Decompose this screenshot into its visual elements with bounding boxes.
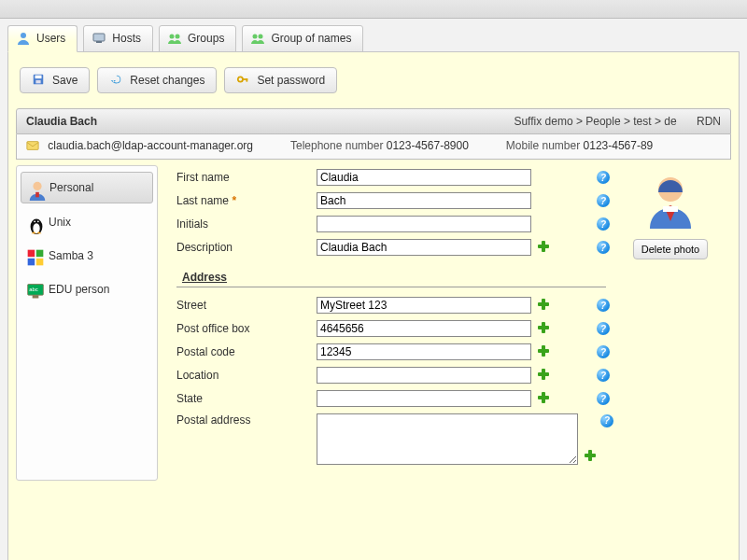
tab-users-label: Users [36,32,65,45]
tab-hosts[interactable]: Hosts [83,25,153,52]
save-icon [32,73,47,88]
add-icon[interactable] [537,391,550,407]
add-icon[interactable] [537,321,550,337]
side-tab-personal-label: Personal [49,181,93,194]
window-chrome-bar [0,0,747,19]
svg-point-0 [21,33,26,38]
svg-point-18 [34,220,35,222]
help-icon[interactable]: ? [597,241,610,255]
add-icon[interactable] [537,240,550,256]
host-icon [92,31,106,46]
svg-point-14 [33,182,41,190]
help-icon[interactable]: ? [600,413,613,427]
pobox-label: Post office box [176,322,317,335]
tab-groups-label: Groups [188,32,224,45]
help-icon[interactable]: ? [597,392,610,406]
add-icon[interactable] [537,298,550,314]
record-mob-value: 0123-4567-89 [584,139,654,152]
delete-photo-button[interactable]: Delete photo [633,239,708,259]
pobox-input[interactable] [317,320,531,337]
state-input[interactable] [317,390,531,407]
add-icon[interactable] [537,368,550,384]
personal-form: First name ? Last name * ? Initials ? De… [158,165,731,481]
side-tab-list: Personal Unix Samba 3 abc EDU person [16,165,158,481]
add-icon[interactable] [537,344,550,360]
location-input[interactable] [317,367,531,384]
tab-group-of-names-label: Group of names [271,32,351,45]
side-tab-edu-label: EDU person [49,283,109,296]
description-input[interactable] [317,239,531,256]
record-mob-label: Mobile number [506,139,580,152]
side-tab-unix-label: Unix [49,216,71,229]
set-password-button[interactable]: Set password [224,67,337,93]
tab-groups[interactable]: Groups [159,25,236,52]
help-icon[interactable]: ? [597,194,610,208]
help-icon[interactable]: ? [597,345,610,359]
postal-code-input[interactable] [317,343,531,360]
help-icon[interactable]: ? [597,369,610,383]
side-tab-edu[interactable]: abc EDU person [21,274,153,304]
svg-point-4 [176,35,180,39]
svg-rect-12 [247,78,248,82]
record-title: Claudia Bach [26,115,97,128]
mail-icon [26,139,41,154]
user-photo [642,218,698,231]
postal-address-input[interactable] [317,413,578,465]
record-tel-value: 0123-4567-8900 [387,139,469,152]
svg-rect-26 [33,295,39,298]
last-name-label: Last name [176,194,229,207]
side-tab-samba[interactable]: Samba 3 [21,241,153,271]
svg-point-6 [259,35,263,39]
main-tab-bar: Users Hosts Groups Group of names [0,19,747,52]
svg-text:abc: abc [29,287,37,292]
chalkboard-icon: abc [26,282,41,297]
initials-input[interactable] [317,216,531,232]
tab-group-of-names[interactable]: Group of names [242,25,363,52]
tab-content-users: Save Reset changes Set password Claudia … [7,51,740,560]
svg-rect-1 [93,34,105,41]
svg-rect-2 [96,41,102,43]
help-icon[interactable]: ? [597,217,610,231]
record-header: Claudia Bach Suffix demo > People > test… [16,108,731,134]
svg-rect-22 [28,259,35,266]
state-label: State [176,392,317,405]
person-avatar-icon [27,180,42,195]
svg-point-5 [253,35,258,39]
svg-point-3 [170,35,175,39]
help-icon[interactable]: ? [597,171,610,185]
street-input[interactable] [317,297,531,314]
groups-icon [167,31,182,46]
record-email: claudia.bach@ldap-account-manager.org [48,139,253,152]
help-icon[interactable]: ? [597,322,610,336]
first-name-label: First name [176,171,317,184]
user-icon [16,31,31,46]
side-tab-personal[interactable]: Personal [21,172,153,203]
postal-address-label: Postal address [176,413,317,427]
record-suffix: Suffix demo > People > test > de [514,115,676,128]
svg-point-19 [37,220,39,222]
side-tab-unix[interactable]: Unix [21,207,153,237]
description-label: Description [176,241,317,254]
svg-rect-20 [28,250,35,258]
svg-rect-15 [35,192,39,198]
svg-rect-23 [36,259,44,266]
save-button[interactable]: Save [20,67,90,93]
add-icon[interactable] [584,449,597,465]
address-heading: Address [176,271,606,287]
tab-hosts-label: Hosts [112,32,141,45]
first-name-input[interactable] [317,169,531,186]
tab-users[interactable]: Users [7,25,78,52]
svg-rect-8 [35,76,42,79]
svg-rect-9 [35,80,40,84]
last-name-input[interactable] [317,192,531,209]
undo-icon [109,73,124,88]
reset-button[interactable]: Reset changes [97,67,217,93]
help-icon[interactable]: ? [597,299,610,313]
group-of-names-icon [250,31,265,46]
postal-code-label: Postal code [176,345,317,358]
record-subheader: claudia.bach@ldap-account-manager.org Te… [16,134,731,160]
save-button-label: Save [52,74,78,87]
tux-icon [26,215,41,230]
reset-button-label: Reset changes [130,74,204,87]
record-tel-label: Telephone number [290,139,383,152]
